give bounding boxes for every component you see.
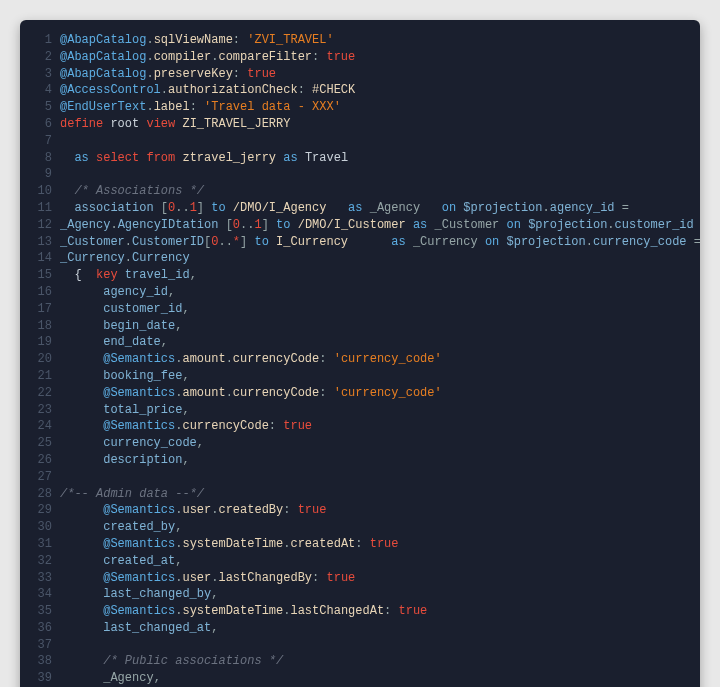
line-number: 7 <box>20 133 60 150</box>
code-content: _Customer.CustomerID[0..*] to I_Currency… <box>60 234 700 251</box>
code-content: as select from ztravel_jerry as Travel <box>60 150 348 167</box>
code-content: _Agency, <box>60 670 161 687</box>
code-line: 22 @Semantics.amount.currencyCode: 'curr… <box>20 385 700 402</box>
code-line: 38 /* Public associations */ <box>20 653 700 670</box>
code-line: 2@AbapCatalog.compiler.compareFilter: tr… <box>20 49 700 66</box>
code-content: @Semantics.amount.currencyCode: 'currenc… <box>60 385 442 402</box>
code-content: created_at, <box>60 553 182 570</box>
code-content: /* Associations */ <box>60 183 204 200</box>
line-number: 10 <box>20 183 60 200</box>
code-content: total_price, <box>60 402 190 419</box>
code-line: 8 as select from ztravel_jerry as Travel <box>20 150 700 167</box>
line-number: 14 <box>20 250 60 267</box>
code-line: 34 last_changed_by, <box>20 586 700 603</box>
line-number: 24 <box>20 418 60 435</box>
code-content: /* Public associations */ <box>60 653 283 670</box>
line-number: 39 <box>20 670 60 687</box>
line-number: 4 <box>20 82 60 99</box>
line-number: 31 <box>20 536 60 553</box>
line-number: 37 <box>20 637 60 654</box>
line-number: 9 <box>20 166 60 183</box>
code-content: { key travel_id, <box>60 267 197 284</box>
code-line: 9 <box>20 166 700 183</box>
code-content: @Semantics.systemDateTime.lastChangedAt:… <box>60 603 427 620</box>
code-line: 12_Agency.AgencyIDtation [0..1] to /DMO/… <box>20 217 700 234</box>
code-content: last_changed_by, <box>60 586 218 603</box>
code-content: association [0..1] to /DMO/I_Agency as _… <box>60 200 629 217</box>
code-line: 4@AccessControl.authorizationCheck: #CHE… <box>20 82 700 99</box>
code-line: 6define root view ZI_TRAVEL_JERRY <box>20 116 700 133</box>
line-number: 8 <box>20 150 60 167</box>
code-line: 26 description, <box>20 452 700 469</box>
line-number: 18 <box>20 318 60 335</box>
line-number: 17 <box>20 301 60 318</box>
line-number: 3 <box>20 66 60 83</box>
code-line: 27 <box>20 469 700 486</box>
line-number: 13 <box>20 234 60 251</box>
line-number: 35 <box>20 603 60 620</box>
code-line: 11 association [0..1] to /DMO/I_Agency a… <box>20 200 700 217</box>
line-number: 16 <box>20 284 60 301</box>
line-number: 1 <box>20 32 60 49</box>
code-content: @Semantics.user.createdBy: true <box>60 502 326 519</box>
code-line: 3@AbapCatalog.preserveKey: true <box>20 66 700 83</box>
code-content: @Semantics.amount.currencyCode: 'currenc… <box>60 351 442 368</box>
line-number: 26 <box>20 452 60 469</box>
code-line: 36 last_changed_at, <box>20 620 700 637</box>
line-number: 6 <box>20 116 60 133</box>
line-number: 22 <box>20 385 60 402</box>
code-line: 7 <box>20 133 700 150</box>
line-number: 29 <box>20 502 60 519</box>
code-content: @Semantics.systemDateTime.createdAt: tru… <box>60 536 399 553</box>
code-line: 19 end_date, <box>20 334 700 351</box>
line-number: 38 <box>20 653 60 670</box>
code-line: 30 created_by, <box>20 519 700 536</box>
code-content: end_date, <box>60 334 168 351</box>
line-number: 25 <box>20 435 60 452</box>
line-number: 20 <box>20 351 60 368</box>
code-line: 10 /* Associations */ <box>20 183 700 200</box>
code-content: last_changed_at, <box>60 620 218 637</box>
code-line: 14_Currency.Currency <box>20 250 700 267</box>
code-line: 25 currency_code, <box>20 435 700 452</box>
code-line: 15 { key travel_id, <box>20 267 700 284</box>
code-content: /*-- Admin data --*/ <box>60 486 204 503</box>
code-line: 33 @Semantics.user.lastChangedBy: true <box>20 570 700 587</box>
line-number: 34 <box>20 586 60 603</box>
code-content: @Semantics.user.lastChangedBy: true <box>60 570 355 587</box>
code-content: currency_code, <box>60 435 204 452</box>
code-line: 1@AbapCatalog.sqlViewName: 'ZVI_TRAVEL' <box>20 32 700 49</box>
line-number: 21 <box>20 368 60 385</box>
code-content: booking_fee, <box>60 368 190 385</box>
code-line: 5@EndUserText.label: 'Travel data - XXX' <box>20 99 700 116</box>
code-content: @AbapCatalog.sqlViewName: 'ZVI_TRAVEL' <box>60 32 334 49</box>
code-content: @AccessControl.authorizationCheck: #CHEC… <box>60 82 355 99</box>
code-line: 32 created_at, <box>20 553 700 570</box>
code-content: @AbapCatalog.preserveKey: true <box>60 66 276 83</box>
code-editor[interactable]: 1@AbapCatalog.sqlViewName: 'ZVI_TRAVEL'2… <box>20 20 700 687</box>
code-content: define root view ZI_TRAVEL_JERRY <box>60 116 290 133</box>
line-number: 15 <box>20 267 60 284</box>
code-content: customer_id, <box>60 301 190 318</box>
code-content: description, <box>60 452 190 469</box>
code-line: 24 @Semantics.currencyCode: true <box>20 418 700 435</box>
code-content: begin_date, <box>60 318 182 335</box>
line-number: 28 <box>20 486 60 503</box>
code-content: _Currency.Currency <box>60 250 190 267</box>
code-line: 37 <box>20 637 700 654</box>
line-number: 36 <box>20 620 60 637</box>
code-content: agency_id, <box>60 284 175 301</box>
code-content: @Semantics.currencyCode: true <box>60 418 312 435</box>
line-number: 33 <box>20 570 60 587</box>
line-number: 27 <box>20 469 60 486</box>
code-line: 23 total_price, <box>20 402 700 419</box>
line-number: 2 <box>20 49 60 66</box>
code-line: 35 @Semantics.systemDateTime.lastChanged… <box>20 603 700 620</box>
code-line: 13_Customer.CustomerID[0..*] to I_Curren… <box>20 234 700 251</box>
code-line: 28/*-- Admin data --*/ <box>20 486 700 503</box>
line-number: 32 <box>20 553 60 570</box>
line-number: 5 <box>20 99 60 116</box>
code-content: @EndUserText.label: 'Travel data - XXX' <box>60 99 341 116</box>
code-content: @AbapCatalog.compiler.compareFilter: tru… <box>60 49 355 66</box>
line-number: 19 <box>20 334 60 351</box>
